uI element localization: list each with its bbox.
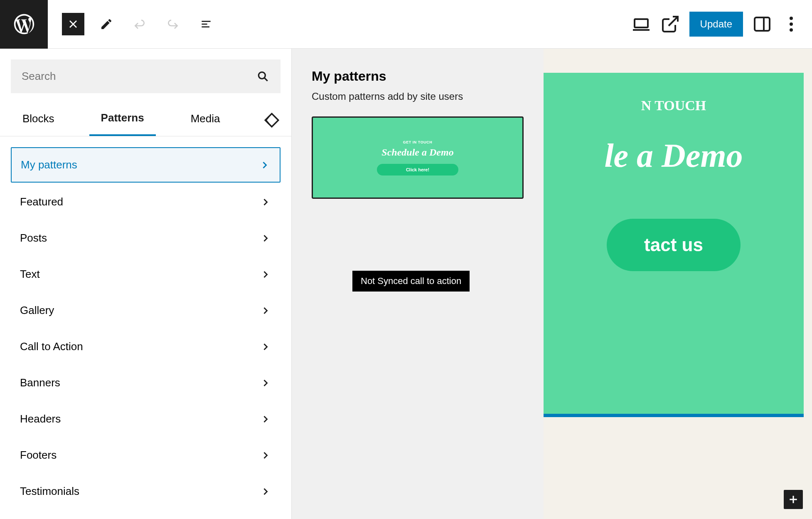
chevron-right-icon: [259, 159, 271, 171]
category-label: Footers: [20, 449, 57, 462]
settings-sidebar-button[interactable]: [752, 14, 772, 34]
category-label: Headers: [20, 413, 61, 425]
category-label: Testimonials: [20, 485, 79, 498]
svg-rect-5: [635, 19, 648, 27]
category-label: Banners: [20, 376, 60, 389]
undo-button[interactable]: [128, 13, 151, 35]
category-headers[interactable]: Headers: [11, 402, 281, 436]
chevron-right-icon: [260, 305, 271, 316]
external-link-icon: [660, 14, 680, 34]
svg-point-9: [790, 17, 793, 20]
pattern-tooltip: Not Synced call to action: [352, 271, 470, 292]
category-my-patterns[interactable]: My patterns: [11, 147, 281, 183]
pattern-categories: My patterns Featured Posts Text Gallery …: [0, 136, 291, 519]
svg-line-13: [264, 78, 267, 81]
category-label: Gallery: [20, 304, 54, 317]
options-button[interactable]: [781, 14, 801, 34]
tab-patterns[interactable]: Patterns: [89, 104, 156, 136]
category-footers[interactable]: Footers: [11, 438, 281, 472]
category-label: My patterns: [21, 158, 77, 171]
diamond-icon: [263, 111, 281, 129]
category-testimonials[interactable]: Testimonials: [11, 475, 281, 508]
svg-point-12: [258, 72, 265, 79]
category-gallery[interactable]: Gallery: [11, 294, 281, 327]
add-block-button[interactable]: [784, 490, 803, 509]
category-label: Posts: [20, 232, 47, 245]
undo-icon: [133, 17, 146, 31]
document-overview-button[interactable]: [195, 13, 217, 35]
chevron-right-icon: [260, 413, 271, 425]
laptop-icon: [631, 14, 651, 34]
panel-title: My patterns: [312, 69, 524, 84]
redo-button[interactable]: [162, 13, 184, 35]
pattern-explorer-button[interactable]: [263, 111, 281, 129]
pattern-cta: Click here!: [377, 164, 458, 175]
redo-icon: [166, 17, 180, 31]
category-banners[interactable]: Banners: [11, 366, 281, 400]
block-inserter-sidebar: Blocks Patterns Media My patterns Featur…: [0, 49, 292, 519]
toolbar-right: Update: [631, 12, 812, 37]
toolbar-left: [62, 13, 217, 35]
category-posts[interactable]: Posts: [11, 221, 281, 255]
pencil-icon: [100, 17, 113, 31]
category-call-to-action[interactable]: Call to Action: [11, 330, 281, 363]
category-label: Text: [20, 268, 40, 281]
panel-subtitle: Custom patterns add by site users: [312, 91, 524, 102]
wordpress-logo[interactable]: [0, 0, 48, 49]
canvas-cta-button[interactable]: tact us: [607, 219, 741, 271]
main-content: Blocks Patterns Media My patterns Featur…: [0, 49, 812, 519]
category-label: Call to Action: [20, 340, 83, 353]
pattern-preview-panel: My patterns Custom patterns add by site …: [292, 49, 544, 519]
list-icon: [199, 17, 213, 31]
svg-rect-7: [755, 17, 770, 31]
svg-point-11: [790, 28, 793, 32]
wordpress-icon: [12, 12, 36, 36]
chevron-right-icon: [260, 450, 271, 461]
tab-media[interactable]: Media: [179, 105, 232, 135]
inserter-tabs: Blocks Patterns Media: [0, 104, 291, 136]
more-vertical-icon: [781, 14, 801, 34]
category-featured[interactable]: Featured: [11, 185, 281, 219]
close-icon: [66, 17, 80, 31]
close-inserter-button[interactable]: [62, 13, 84, 35]
chevron-right-icon: [260, 196, 271, 208]
category-text[interactable]: Text: [11, 257, 281, 291]
canvas-headline: le a Demo: [604, 137, 743, 175]
preview-button[interactable]: [660, 14, 680, 34]
pattern-headline: Schedule a Demo: [381, 147, 453, 158]
category-label: Featured: [20, 195, 63, 208]
sidebar-icon: [752, 14, 772, 34]
chevron-right-icon: [260, 486, 271, 497]
top-toolbar: Update: [0, 0, 812, 49]
view-button[interactable]: [631, 14, 651, 34]
search-box: [11, 59, 281, 93]
chevron-right-icon: [260, 232, 271, 244]
pattern-kicker: GET IN TOUCH: [403, 140, 432, 144]
chevron-right-icon: [260, 377, 271, 389]
update-button[interactable]: Update: [689, 12, 743, 37]
chevron-right-icon: [260, 341, 271, 353]
search-input[interactable]: [22, 70, 256, 83]
editor-canvas[interactable]: N TOUCH le a Demo tact us: [544, 49, 812, 519]
edit-tools-button[interactable]: [95, 13, 118, 35]
search-icon: [256, 70, 270, 83]
tab-blocks[interactable]: Blocks: [11, 105, 66, 135]
svg-point-10: [790, 22, 793, 26]
plus-icon: [787, 493, 800, 506]
pattern-card-cta[interactable]: GET IN TOUCH Schedule a Demo Click here!: [312, 116, 524, 199]
canvas-cta-block[interactable]: N TOUCH le a Demo tact us: [544, 73, 804, 414]
block-selection-indicator: [544, 414, 804, 417]
chevron-right-icon: [260, 269, 271, 280]
canvas-kicker: N TOUCH: [641, 98, 706, 114]
